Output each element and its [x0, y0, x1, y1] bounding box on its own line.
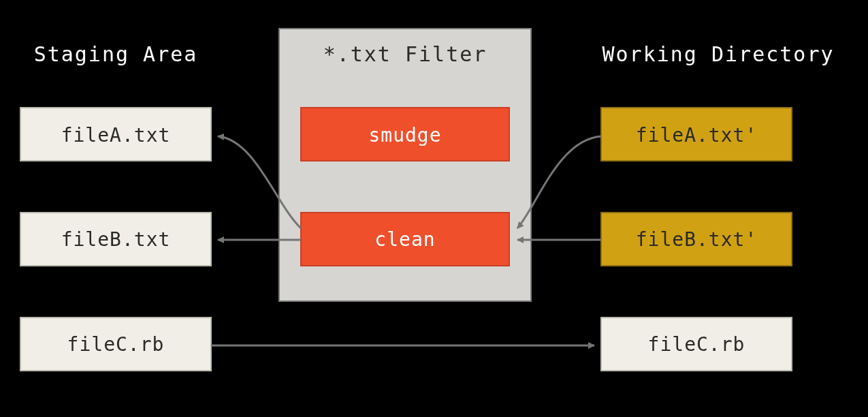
staging-fileB-label: fileB.txt: [61, 228, 171, 251]
working-directory-title: Working Directory: [602, 42, 834, 66]
smudge-label: smudge: [368, 124, 441, 146]
staging-fileC-label: fileC.rb: [67, 333, 165, 356]
working-fileA: fileA.txt': [601, 108, 792, 161]
clean-filter-box: clean: [301, 213, 509, 266]
working-fileB: fileB.txt': [601, 213, 792, 266]
working-fileC: fileC.rb: [601, 318, 792, 371]
staging-fileB: fileB.txt: [20, 213, 211, 266]
staging-fileA: fileA.txt: [20, 108, 211, 161]
staging-area-title: Staging Area: [34, 42, 198, 66]
working-fileB-label: fileB.txt': [636, 228, 758, 251]
staging-fileC: fileC.rb: [20, 318, 211, 371]
filter-title: *.txt Filter: [323, 42, 487, 66]
smudge-filter-box: smudge: [301, 108, 509, 161]
working-fileC-label: fileC.rb: [648, 333, 745, 356]
staging-fileA-label: fileA.txt: [61, 124, 171, 146]
working-fileA-label: fileA.txt': [636, 124, 758, 146]
clean-label: clean: [374, 228, 435, 251]
diagram-root: Staging Area Working Directory *.txt Fil…: [0, 0, 868, 417]
